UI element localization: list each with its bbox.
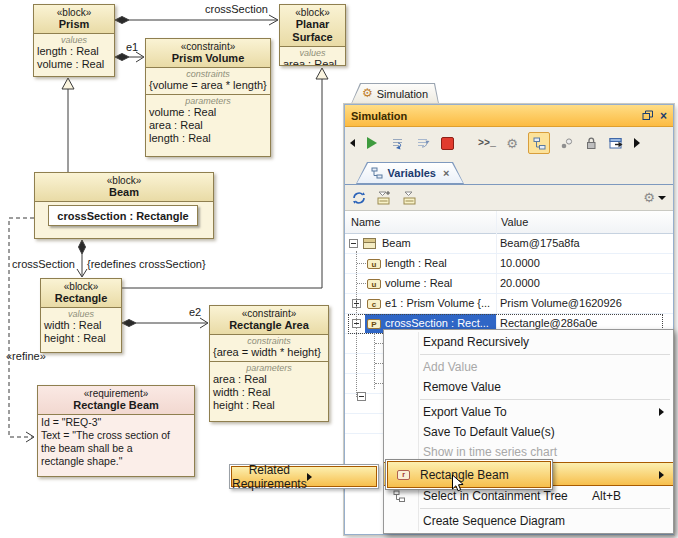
constraint-rectangle-area[interactable]: «constraint» Rectangle Area constraints …: [209, 305, 329, 422]
constraint-expression: {area = width * height}: [213, 346, 325, 359]
tab-variables[interactable]: Variables ×: [356, 162, 464, 184]
edge-label-e2: e2: [189, 306, 201, 318]
menu-item-remove-value[interactable]: Remove Value: [384, 377, 673, 397]
block-prism[interactable]: «block» Prism values length : Real volum…: [33, 4, 115, 77]
edge-label-crosssection-top: crossSection: [205, 3, 268, 15]
lock-icon[interactable]: [582, 134, 600, 152]
block-name: Prism Volume: [148, 52, 268, 65]
dropdown-icon: [658, 196, 666, 200]
toolbar-overflow-right-icon[interactable]: [632, 134, 641, 152]
table-row-e1[interactable]: c e1 : Prism Volume {... Prism Volume@16…: [345, 294, 673, 314]
block-rectangle[interactable]: «block» Rectangle values width : Real he…: [40, 278, 122, 353]
toolbar-overflow-left-icon[interactable]: [348, 134, 356, 152]
menu-separator: [420, 354, 670, 355]
value-property: volume : Real: [37, 58, 111, 71]
refresh-icon[interactable]: [352, 191, 366, 205]
value-property: width : Real: [44, 319, 118, 332]
table-row-length[interactable]: u length : Real 10.0000: [345, 254, 673, 274]
animation-gear-icon[interactable]: ⚙: [503, 134, 521, 152]
compartment-label: values: [37, 35, 111, 45]
simulation-gear-icon: ⚙: [362, 87, 373, 100]
row-value[interactable]: Rectangle@286a0e: [500, 317, 597, 329]
submenu-rectangle-beam[interactable]: r Rectangle Beam: [385, 459, 553, 490]
value-property: height : Real: [44, 332, 118, 345]
stereotype: «constraint»: [148, 41, 268, 52]
constraint-expression: {volume = area * length}: [149, 79, 267, 92]
submenu-arrow-icon: [659, 408, 664, 416]
column-name[interactable]: Name: [345, 216, 496, 228]
compartment-label: parameters: [213, 363, 325, 373]
block-beam[interactable]: «block» Beam crossSection : Rectangle: [34, 172, 214, 239]
collapse-icon[interactable]: [349, 239, 358, 248]
parameter: height : Real: [213, 399, 325, 412]
composition-diamond: [115, 54, 129, 61]
row-value[interactable]: Prism Volume@1620926: [500, 297, 622, 309]
tree-line: [357, 283, 366, 284]
step-over-icon[interactable]: [413, 134, 431, 152]
value-property-icon: u: [367, 259, 381, 269]
requirement-rectangle-beam[interactable]: «requirement» Rectangle Beam Id = "REQ-3…: [37, 385, 195, 477]
tab-simulation-label: Simulation: [377, 88, 428, 100]
variables-toolbar: ⚙: [345, 185, 673, 210]
tab-simulation[interactable]: ⚙ Simulation: [351, 83, 439, 104]
menu-item-add-value: Add Value: [384, 357, 673, 377]
variables-pane-icon[interactable]: [528, 132, 550, 154]
generalization-triangle: [62, 78, 74, 89]
table-row-beam[interactable]: Beam Beam@175a8fa: [345, 234, 673, 254]
requirement-text: rectangle shape.": [41, 455, 191, 468]
menu-item-create-sequence-diagram[interactable]: Create Sequence Diagram: [384, 511, 673, 531]
row-value[interactable]: 20.0000: [500, 277, 540, 289]
composition-diamond: [115, 17, 129, 24]
edge-label-redefines: {redefines crossSection}: [87, 258, 206, 270]
constraint-prism-volume[interactable]: «constraint» Prism Volume constraints {v…: [145, 38, 271, 157]
tree-line: [375, 343, 383, 344]
menu-item-export-value-to[interactable]: Export Value To: [384, 402, 673, 422]
edge-label-crosssection-bottom: crossSection: [12, 258, 75, 270]
requirement-icon: r: [397, 470, 410, 480]
tree-line: [356, 327, 357, 397]
menu-item-save-to-default[interactable]: Save To Default Value(s): [384, 422, 673, 442]
menu-separator: [420, 399, 670, 400]
step-into-icon[interactable]: [388, 134, 406, 152]
open-in-window-icon[interactable]: [607, 134, 625, 152]
breakpoints-icon[interactable]: [557, 134, 575, 152]
tree-line: [375, 363, 383, 364]
requirement-id: Id = "REQ-3": [41, 416, 191, 429]
value-property: area : Real: [283, 58, 342, 66]
row-value[interactable]: Beam@175a8fa: [500, 237, 580, 249]
block-name: Planar Surface: [282, 18, 343, 44]
row-name: crossSection : Rect...: [385, 317, 489, 329]
context-menu: Expand Recursively Add Value Remove Valu…: [383, 329, 674, 534]
tab-close-icon[interactable]: ×: [443, 167, 449, 179]
compartment-label: values: [44, 309, 118, 319]
collapse-icon[interactable]: [357, 392, 366, 401]
terminate-icon[interactable]: [438, 134, 456, 152]
close-icon[interactable]: ×: [660, 110, 667, 122]
block-name: Rectangle: [43, 292, 119, 305]
run-icon[interactable]: [363, 134, 381, 152]
menu-separator: [420, 508, 670, 509]
menu-item-expand-recursively[interactable]: Expand Recursively: [384, 332, 673, 352]
console-icon[interactable]: >>_: [478, 134, 496, 152]
row-name: e1 : Prism Volume {...: [385, 297, 490, 309]
block-planar-surface[interactable]: «block» Planar Surface values area : Rea…: [279, 4, 346, 66]
block-icon: [363, 238, 376, 249]
row-value[interactable]: 10.0000: [500, 257, 540, 269]
related-requirements-item[interactable]: Related Requirements: [229, 464, 379, 489]
table-row-volume[interactable]: u volume : Real 20.0000: [345, 274, 673, 294]
remove-value-icon[interactable]: [401, 190, 418, 205]
row-name: Beam: [382, 237, 411, 249]
column-value[interactable]: Value: [496, 211, 673, 233]
requirement-text: Text = "The cross section of: [41, 429, 191, 442]
parameter: length : Real: [149, 132, 267, 145]
related-requirements-label: Related Requirements: [232, 463, 307, 491]
add-value-icon[interactable]: [375, 190, 392, 205]
variables-tab-strip: Variables ×: [345, 159, 673, 185]
options-gear-icon[interactable]: ⚙: [643, 191, 666, 204]
restore-icon[interactable]: [642, 110, 654, 121]
compartment-label: constraints: [213, 336, 325, 346]
simulation-toolbar: >>_ ⚙: [345, 127, 673, 159]
simulation-titlebar[interactable]: Simulation ×: [345, 105, 673, 127]
part-crosssection-rectangle[interactable]: crossSection : Rectangle: [48, 205, 198, 226]
table-header[interactable]: Name Value: [345, 211, 673, 234]
